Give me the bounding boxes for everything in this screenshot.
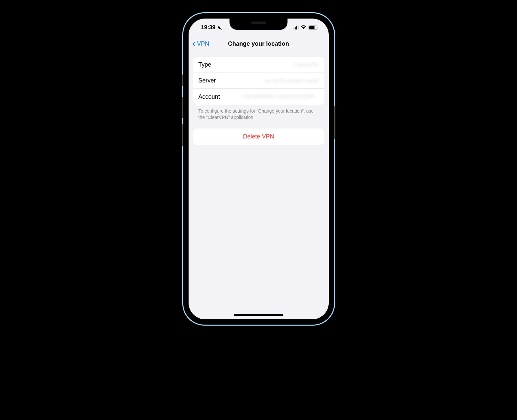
type-value: ClearVPN: [294, 62, 319, 68]
notch: [230, 19, 288, 30]
vpn-details-group: Type ClearVPN Server us-ny31.provpn.worl…: [193, 57, 324, 105]
account-row[interactable]: Account G2h9rBM4R 01EKHVEZ26P...: [193, 89, 324, 105]
status-time: 19:39: [201, 24, 215, 31]
wifi-icon: [301, 25, 307, 30]
type-label: Type: [199, 61, 211, 68]
volume-up-button: [182, 97, 183, 118]
status-bar-right: [293, 25, 318, 30]
silent-mode-icon: [217, 25, 222, 30]
server-label: Server: [199, 77, 216, 84]
battery-icon: [309, 26, 318, 30]
back-button[interactable]: ‹ VPN: [193, 39, 209, 49]
account-label: Account: [199, 93, 220, 100]
navigation-bar: ‹ VPN Change your location: [189, 36, 329, 51]
status-bar-left: 19:39: [201, 24, 222, 31]
notch-speaker: [251, 22, 266, 24]
content: Type ClearVPN Server us-ny31.provpn.worl…: [189, 51, 329, 145]
power-button: [334, 106, 335, 139]
phone-frame: 19:39: [183, 13, 334, 325]
chevron-left-icon: ‹: [193, 38, 196, 49]
silent-switch: [182, 75, 183, 86]
delete-vpn-button[interactable]: Delete VPN: [193, 129, 324, 145]
action-group: Delete VPN: [193, 129, 324, 145]
account-value: G2h9rBM4R 01EKHVEZ26P...: [243, 93, 318, 100]
home-indicator[interactable]: [234, 314, 283, 316]
type-row[interactable]: Type ClearVPN: [193, 57, 324, 73]
group-footer-text: To configure the settings for “Change yo…: [193, 105, 324, 121]
server-row[interactable]: Server us-ny31.provpn.world: [193, 73, 324, 89]
cellular-signal-icon: [293, 26, 299, 29]
screen: 19:39: [189, 19, 329, 319]
page-title: Change your location: [228, 40, 289, 47]
server-value: us-ny31.provpn.world: [265, 78, 319, 84]
delete-vpn-label: Delete VPN: [243, 133, 274, 140]
back-label: VPN: [197, 40, 209, 47]
volume-down-button: [182, 124, 183, 146]
